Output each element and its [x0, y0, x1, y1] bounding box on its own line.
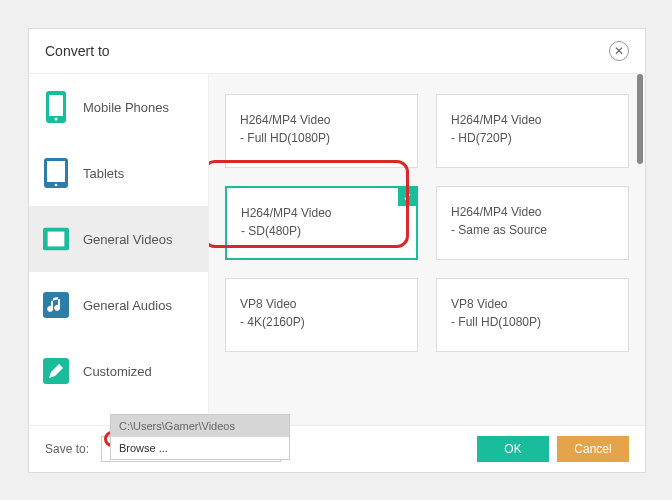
sidebar-item-label: Tablets: [83, 166, 124, 181]
format-line1: H264/MP4 Video: [240, 111, 403, 129]
cancel-button[interactable]: Cancel: [557, 436, 629, 462]
format-line1: H264/MP4 Video: [451, 203, 614, 221]
format-panel: H264/MP4 Video - Full HD(1080P) H264/MP4…: [209, 74, 645, 425]
format-card-h264-sd[interactable]: H264/MP4 Video - SD(480P): [225, 186, 418, 260]
close-button[interactable]: ✕: [609, 41, 629, 61]
svg-rect-1: [49, 95, 63, 116]
format-line2: - Same as Source: [451, 221, 614, 239]
convert-dialog: Convert to ✕ Mobile Phones Tablets Gener…: [28, 28, 646, 473]
sidebar-item-general-videos[interactable]: General Videos: [29, 206, 208, 272]
tablet-icon: [43, 156, 69, 190]
ok-button[interactable]: OK: [477, 436, 549, 462]
format-line1: H264/MP4 Video: [241, 204, 402, 222]
format-card-h264-fullhd[interactable]: H264/MP4 Video - Full HD(1080P): [225, 94, 418, 168]
svg-rect-9: [44, 234, 46, 237]
svg-rect-16: [43, 292, 69, 318]
svg-rect-14: [66, 239, 68, 242]
format-line2: - SD(480P): [241, 222, 402, 240]
sidebar-item-general-audios[interactable]: General Audios: [29, 272, 208, 338]
category-sidebar: Mobile Phones Tablets General Videos Gen…: [29, 74, 209, 425]
svg-rect-13: [66, 234, 68, 237]
sidebar-item-label: General Videos: [83, 232, 172, 247]
dropdown-item-recent[interactable]: C:\Users\Gamer\Videos: [111, 415, 289, 437]
sidebar-item-mobile-phones[interactable]: Mobile Phones: [29, 74, 208, 140]
dialog-body: Mobile Phones Tablets General Videos Gen…: [29, 74, 645, 425]
format-line2: - HD(720P): [451, 129, 614, 147]
svg-rect-8: [44, 230, 46, 233]
svg-rect-7: [48, 232, 65, 247]
format-line2: - 4K(2160P): [240, 313, 403, 331]
sidebar-item-label: General Audios: [83, 298, 172, 313]
format-card-vp8-fullhd[interactable]: VP8 Video - Full HD(1080P): [436, 278, 629, 352]
dropdown-item-browse[interactable]: Browse ...: [111, 437, 289, 459]
sidebar-item-label: Customized: [83, 364, 152, 379]
scrollbar-thumb[interactable]: [637, 74, 643, 164]
format-line1: H264/MP4 Video: [451, 111, 614, 129]
audio-icon: [43, 288, 69, 322]
phone-icon: [43, 90, 69, 124]
format-card-vp8-4k[interactable]: VP8 Video - 4K(2160P): [225, 278, 418, 352]
format-line1: VP8 Video: [240, 295, 403, 313]
video-icon: [43, 222, 69, 256]
pencil-icon: [43, 354, 69, 388]
save-to-label: Save to:: [45, 442, 89, 456]
svg-rect-4: [47, 161, 65, 182]
svg-point-2: [55, 118, 58, 121]
sidebar-item-customized[interactable]: Customized: [29, 338, 208, 404]
save-path-dropdown: C:\Users\Gamer\Videos Browse ...: [110, 414, 290, 460]
svg-rect-15: [66, 244, 68, 247]
format-card-h264-hd[interactable]: H264/MP4 Video - HD(720P): [436, 94, 629, 168]
svg-rect-11: [44, 244, 46, 247]
format-line1: VP8 Video: [451, 295, 614, 313]
dialog-header: Convert to ✕: [29, 29, 645, 74]
sidebar-item-label: Mobile Phones: [83, 100, 169, 115]
format-grid: H264/MP4 Video - Full HD(1080P) H264/MP4…: [225, 94, 629, 352]
format-line2: - Full HD(1080P): [240, 129, 403, 147]
svg-rect-12: [66, 230, 68, 233]
dialog-title: Convert to: [45, 43, 110, 59]
svg-rect-10: [44, 239, 46, 242]
format-line2: - Full HD(1080P): [451, 313, 614, 331]
svg-point-5: [55, 184, 58, 187]
format-card-h264-source[interactable]: H264/MP4 Video - Same as Source: [436, 186, 629, 260]
sidebar-item-tablets[interactable]: Tablets: [29, 140, 208, 206]
